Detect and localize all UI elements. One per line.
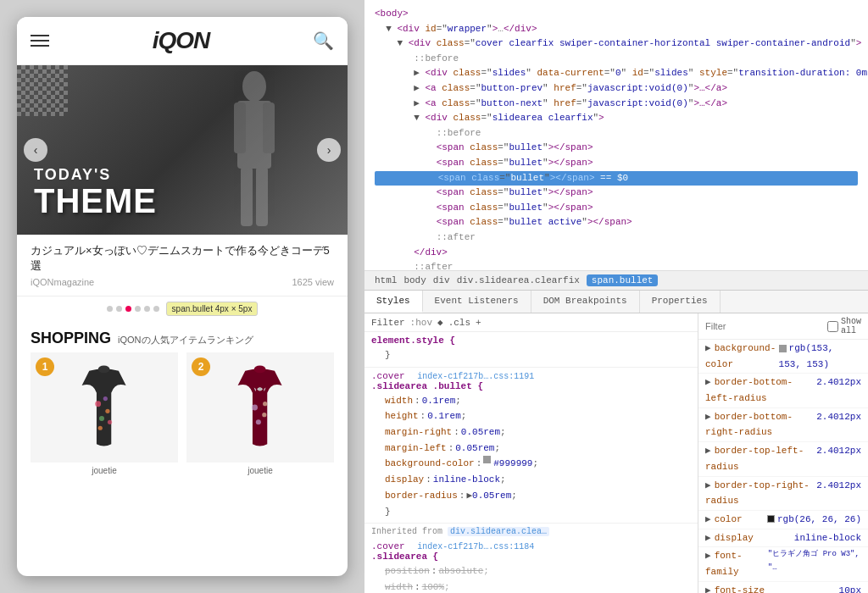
computed-font-size[interactable]: ▶font-size 10px (698, 582, 868, 593)
hero-theme-label: THEME (34, 184, 157, 218)
product-card-1: 1 jouetie (31, 352, 178, 475)
computed-filter-bar: Show all (698, 313, 868, 340)
dot-1 (107, 306, 113, 312)
css-prop-width2: width:100%; (371, 579, 691, 593)
svg-point-0 (242, 71, 266, 102)
dots-indicator: span.bullet 4px × 5px (17, 296, 348, 321)
css-block-element-style: element.style { } (364, 332, 698, 368)
computed-border-br[interactable]: ▶border-bottom-right-radius 2.4012px (698, 408, 868, 442)
shopping-title: SHOPPING (31, 330, 111, 347)
app-logo: iQON (153, 27, 210, 54)
expand-icon: ▶ (705, 533, 711, 543)
svg-point-8 (106, 409, 110, 413)
color-swatch-c (767, 515, 775, 523)
breadcrumb-bar: html body div div.slidearea.clearfix spa… (364, 271, 868, 291)
dom-line-bullet2[interactable]: <span class="bullet"></span> (375, 156, 858, 171)
dom-line-after1: ::after (375, 230, 858, 246)
computed-font-family[interactable]: ▶font-family "ヒラギノ角ゴ Pro W3", "… (698, 547, 868, 581)
show-all-checkbox[interactable] (827, 321, 838, 332)
computed-bg-color[interactable]: ▶background-color rgb(153, 153, 153) (698, 340, 868, 374)
dom-line-bullet-active[interactable]: <span class="bullet active"></span> (375, 215, 858, 230)
breadcrumb-div[interactable]: div (433, 275, 450, 285)
dom-line-bullet4[interactable]: <span class="bullet"></span> (375, 186, 858, 201)
expand-icon: ▶ (705, 585, 711, 593)
show-all-wrap: Show all (827, 317, 861, 335)
dom-line-slidearea-close: </div> (375, 246, 858, 261)
svg-point-9 (99, 416, 104, 421)
svg-rect-4 (241, 167, 253, 226)
svg-point-11 (98, 426, 103, 430)
dom-line-btn-prev[interactable]: ▶ <a class="button-prev" href="javascrip… (375, 81, 858, 97)
styles-panel: Filter :hov ◆ .cls + element.style { } .… (364, 313, 698, 593)
computed-filter-input[interactable] (705, 321, 822, 331)
article-meta: iQONmagazine 1625 view (31, 277, 334, 287)
dom-line-wrapper[interactable]: ▼ <div id="wrapper">…</div> (375, 22, 858, 37)
dom-line-btn-next[interactable]: ▶ <a class="button-next" href="javascrip… (375, 97, 858, 112)
svg-point-18 (263, 402, 267, 406)
css-selector-slidearea-bullet: .slidearea .bullet { (371, 381, 691, 391)
breadcrumb-body[interactable]: body (403, 275, 426, 285)
tab-styles[interactable]: Styles (364, 291, 423, 313)
filter-cls[interactable]: .cls (448, 318, 470, 328)
breadcrumb-html[interactable]: html (375, 275, 397, 285)
computed-border-bl[interactable]: ▶border-bottom-left-radius 2.4012px (698, 374, 868, 407)
svg-rect-3 (263, 103, 275, 153)
dom-line-slidearea[interactable]: ▼ <div class="slidearea clearfix"> (375, 111, 858, 126)
svg-rect-5 (256, 167, 268, 226)
dom-line-bullet3-selected[interactable]: <span class="bullet"></span> == $0 (375, 171, 858, 186)
computed-border-tl[interactable]: ▶border-top-left-radius 2.4012px (698, 442, 868, 476)
svg-point-12 (103, 396, 108, 401)
filter-hov[interactable]: :hov (410, 318, 432, 328)
expand-icon: ▶ (705, 551, 711, 561)
expand-icon: ▶ (705, 514, 711, 524)
bg-color-swatch-c (779, 345, 787, 352)
dom-line-slides[interactable]: ▶ <div class="slides" data-current="0" i… (375, 66, 858, 81)
show-all-label: Show all (841, 317, 861, 335)
product-image-1: 1 (31, 352, 178, 463)
dom-line-bullet1[interactable]: <span class="bullet"></span> (375, 141, 858, 156)
article-info: カジュアル×女っぽい♡デニムスカートで作る今どきコーデ5選 iQONmagazi… (17, 235, 348, 296)
css-prop-height: height:0.1rem; (371, 408, 691, 424)
css-prop-bg-color: background-color: #999999; (371, 456, 691, 472)
styles-computed-panel: Filter :hov ◆ .cls + element.style { } .… (364, 313, 868, 593)
hamburger-icon[interactable] (31, 35, 49, 47)
inherited-source: div.slidearea.clea… (448, 527, 549, 536)
shopping-subtitle: iQONの人気アイテムランキング (118, 334, 253, 346)
computed-display[interactable]: ▶display inline-block (698, 529, 868, 548)
css-close-brace: } (371, 347, 691, 363)
svg-point-17 (256, 420, 261, 425)
product-brand-1: jouetie (92, 466, 116, 475)
styles-filter-bar: Filter :hov ◆ .cls + (364, 313, 698, 332)
breadcrumb-bullet[interactable]: span.bullet (587, 274, 659, 286)
tab-event-listeners[interactable]: Event Listeners (423, 291, 531, 313)
css-source-1[interactable]: index-c1f217b….css:1191 (417, 372, 534, 381)
css-source-2[interactable]: index-c1f217b….css:1184 (417, 542, 534, 551)
hero-prev-button[interactable]: ‹ (24, 138, 47, 162)
hero-checkered-pattern (17, 65, 68, 116)
phone-frame: iQON 🔍 TODAY'S THEME ‹ (17, 17, 348, 576)
css-block-inherited: .cover index-c1f217b….css:1184 .slideare… (364, 538, 698, 593)
computed-color[interactable]: ▶color rgb(26, 26, 26) (698, 511, 868, 529)
dom-line-cover[interactable]: ▼ <div class="cover clearfix swiper-cont… (375, 36, 858, 52)
expand-icon: ▶ (705, 343, 711, 353)
dom-line-body: <body> (375, 7, 858, 22)
tab-properties[interactable]: Properties (640, 291, 721, 313)
svg-point-7 (96, 402, 102, 407)
devtools-tabs: Styles Event Listeners DOM Breakpoints P… (364, 291, 868, 313)
dom-inspector[interactable]: <body> ▼ <div id="wrapper">…</div> ▼ <di… (364, 0, 868, 271)
breadcrumb-slidearea[interactable]: div.slidearea.clearfix (457, 275, 580, 285)
css-prop-position: position:absolute; (371, 563, 691, 579)
tab-dom-breakpoints[interactable]: DOM Breakpoints (531, 291, 640, 313)
svg-point-10 (108, 420, 112, 424)
dot-3-active (125, 306, 131, 312)
filter-dot[interactable]: ◆ (437, 317, 443, 328)
css-selector-slidearea: .slidearea { (371, 551, 691, 562)
css-close-brace-2: } (371, 504, 691, 520)
computed-border-tr[interactable]: ▶border-top-right-radius 2.4012px (698, 477, 868, 511)
search-icon[interactable]: 🔍 (313, 30, 334, 51)
css-prop-margin-left: margin-left:0.05rem; (371, 441, 691, 457)
filter-plus[interactable]: + (476, 318, 481, 328)
dom-line-bullet5[interactable]: <span class="bullet"></span> (375, 201, 858, 216)
devtools-panel: <body> ▼ <div id="wrapper">…</div> ▼ <di… (364, 0, 868, 593)
hero-next-button[interactable]: › (317, 138, 341, 162)
